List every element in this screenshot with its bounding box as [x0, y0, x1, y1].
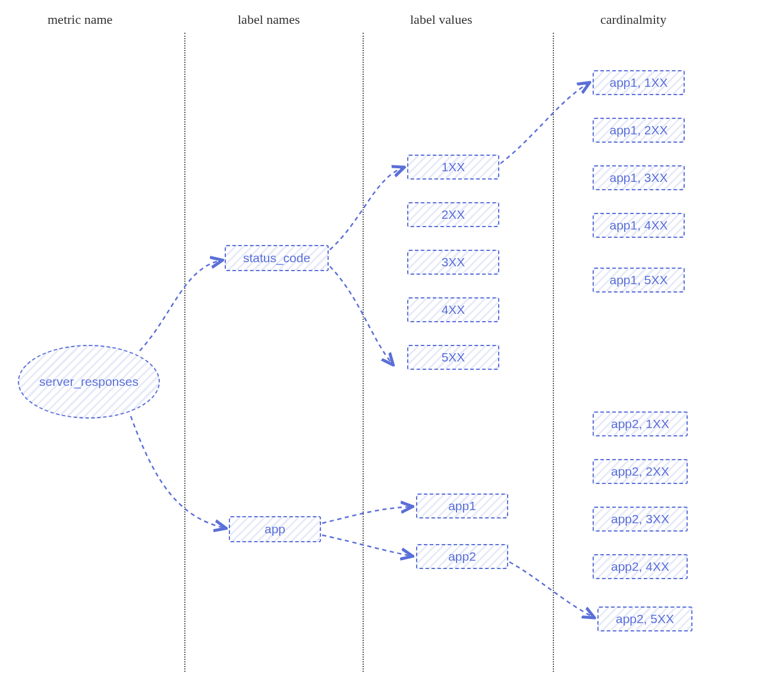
cardinality-app2-5xx-text: app2, 5XX: [616, 612, 674, 626]
cardinality-app1-2xx: app1, 2XX: [593, 118, 685, 143]
cardinality-app2-3xx: app2, 3XX: [593, 507, 688, 532]
divider-1: [184, 33, 185, 672]
cardinality-app1-4xx-text: app1, 4XX: [609, 218, 667, 232]
cardinality-app2-1xx: app2, 1XX: [593, 411, 688, 436]
label-value-app2: app2: [416, 544, 508, 569]
cardinality-app1-1xx-text: app1, 1XX: [609, 76, 667, 90]
label-value-2xx: 2XX: [407, 202, 499, 227]
cardinality-app1-3xx-text: app1, 3XX: [609, 171, 667, 185]
cardinality-app2-5xx: app2, 5XX: [597, 606, 692, 631]
divider-3: [553, 33, 554, 672]
label-name-app-text: app: [265, 522, 285, 536]
label-value-5xx: 5XX: [407, 345, 499, 370]
diagram-canvas: metric name label names label values car…: [0, 0, 784, 682]
label-value-app2-text: app2: [448, 549, 476, 564]
metric-node: server_responses: [18, 345, 160, 419]
label-value-1xx-text: 1XX: [442, 160, 465, 174]
label-value-app1: app1: [416, 494, 508, 518]
cardinality-app1-5xx-text: app1, 5XX: [609, 273, 667, 287]
label-value-3xx-text: 3XX: [442, 255, 465, 269]
cardinality-app2-2xx: app2, 2XX: [593, 459, 688, 484]
cardinality-app2-1xx-text: app2, 1XX: [611, 417, 669, 431]
label-value-3xx: 3XX: [407, 250, 499, 275]
label-value-4xx: 4XX: [407, 297, 499, 322]
metric-label: server_responses: [39, 375, 138, 389]
label-value-1xx: 1XX: [407, 155, 499, 180]
label-value-5xx-text: 5XX: [442, 350, 465, 364]
cardinality-app2-3xx-text: app2, 3XX: [611, 512, 669, 526]
divider-2: [363, 33, 364, 672]
cardinality-app2-2xx-text: app2, 2XX: [611, 464, 669, 479]
cardinality-app2-4xx-text: app2, 4XX: [611, 560, 669, 574]
label-value-2xx-text: 2XX: [442, 208, 465, 222]
label-value-4xx-text: 4XX: [442, 303, 465, 317]
cardinality-app1-3xx: app1, 3XX: [593, 165, 685, 190]
label-name-status-code-text: status_code: [243, 251, 310, 265]
cardinality-app1-4xx: app1, 4XX: [593, 213, 685, 238]
cardinality-app1-2xx-text: app1, 2XX: [609, 123, 667, 137]
arrows-layer: [0, 0, 784, 682]
label-value-app1-text: app1: [448, 499, 476, 513]
column-header-label-values: label values: [410, 12, 472, 27]
label-name-app: app: [229, 516, 321, 542]
column-header-metric: metric name: [48, 12, 112, 27]
cardinality-app2-4xx: app2, 4XX: [593, 554, 688, 579]
label-name-status-code: status_code: [225, 245, 329, 271]
cardinality-app1-1xx: app1, 1XX: [593, 70, 685, 95]
column-header-cardinality: cardinalmity: [600, 12, 666, 27]
cardinality-app1-5xx: app1, 5XX: [593, 268, 685, 293]
column-header-label-names: label names: [238, 12, 300, 27]
